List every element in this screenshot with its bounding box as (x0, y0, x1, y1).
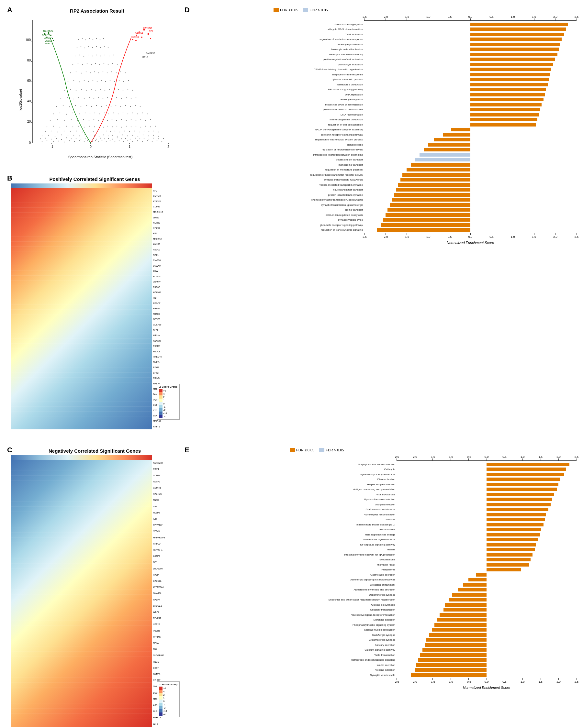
svg-point-202 (67, 97, 68, 98)
svg-point-47 (157, 140, 157, 141)
fdr-low-swatch (274, 8, 279, 12)
svg-point-129 (84, 127, 84, 128)
bar-row: leukocyte migration (274, 97, 577, 102)
svg-point-153 (98, 120, 99, 121)
bar-label: neurotransmitter transport (274, 188, 364, 191)
bar-row: Nicotine addiction (290, 668, 577, 672)
bar-segment (470, 43, 560, 46)
svg-point-226 (109, 89, 110, 89)
svg-point-50 (45, 138, 46, 138)
fdr-low-label: FDR ≤ 0.05 (280, 8, 298, 12)
bar-row: regulation of neurotransmitter levels (274, 148, 577, 152)
bar-label: Phosphatidylinositol signaling system (290, 623, 397, 626)
svg-point-244 (123, 81, 124, 82)
svg-point-88 (103, 135, 104, 135)
svg-point-148 (71, 119, 72, 120)
bar-segment (486, 563, 529, 567)
svg-point-200 (140, 106, 141, 107)
panel-d-top-axis: -2.5 -2.0 -1.5 -1.0 -0.5 0.0 0.5 1.0 (364, 14, 577, 21)
bar-row: Synaptic vesicle cycle (290, 673, 577, 677)
svg-point-239 (101, 80, 102, 81)
bar-row: Adrenergic signaling in cardiomyocytes (290, 577, 577, 582)
svg-point-106 (82, 132, 83, 132)
bar-label: synaptic transmission, GABAergic (274, 178, 364, 181)
svg-point-201 (60, 98, 61, 99)
bar-segment (486, 493, 554, 496)
bar-label: protein localization to synapse (274, 193, 364, 197)
bar-label: cell cycle G1/S phase transition (274, 28, 364, 31)
svg-point-30 (84, 141, 84, 142)
svg-point-154 (103, 119, 103, 120)
svg-point-283 (88, 46, 89, 47)
svg-point-58 (85, 138, 86, 138)
svg-point-111 (106, 131, 106, 131)
bar-row: CENP-A containing chromatin organization (274, 67, 577, 72)
svg-point-259 (73, 64, 73, 65)
bar-label: synaptic vesicle cycle (274, 218, 364, 221)
svg-point-63 (104, 138, 105, 139)
panel-e-positive-bars: Staphylococcus aureus infectionCell cycl… (290, 462, 577, 572)
bar-label: Taste transduction (290, 654, 397, 656)
svg-point-92 (122, 135, 123, 135)
svg-point-203 (73, 99, 74, 99)
bar-label: Retrograde endocannabinoid signaling (290, 658, 397, 661)
bar-label: leukocyte cell-cell adhesion (274, 48, 364, 51)
bar-label: granulocyte activation (274, 63, 364, 66)
svg-text:GBMS1: GBMS1 (131, 35, 139, 38)
svg-point-134 (107, 126, 108, 127)
bar-label: mitotic cell cycle phase transition (274, 103, 364, 106)
volcano-svg: 0 20 40 60 80 100 (16, 15, 172, 154)
svg-point-54 (66, 137, 67, 138)
bar-label: Graft-versus-host disease (290, 508, 397, 511)
bar-segment (470, 53, 557, 56)
volcano-xaxis-label: Spearmans rho Statistic (Spearman test) (32, 155, 168, 159)
svg-point-168 (73, 112, 73, 113)
svg-point-75 (158, 138, 159, 139)
svg-point-56 (76, 138, 76, 139)
bar-label: Nicotine addiction (290, 669, 397, 671)
bar-label: ER-nucleus signaling pathway (274, 88, 364, 91)
bar-label: GABAergic synapse (290, 633, 397, 636)
svg-point-128 (78, 126, 79, 127)
bar-segment (407, 168, 470, 172)
bar-segment (486, 477, 560, 481)
svg-point-80 (61, 135, 62, 135)
bar-segment (486, 548, 535, 551)
svg-point-151 (89, 120, 90, 121)
svg-point-273 (88, 55, 88, 55)
svg-point-65 (112, 139, 113, 139)
svg-point-287 (104, 46, 105, 47)
bar-segment (451, 128, 470, 131)
svg-point-222 (91, 89, 92, 89)
bar-segment (381, 223, 470, 227)
svg-point-124 (53, 126, 54, 127)
bar-row: Calcium signaling pathway (290, 648, 577, 652)
svg-point-68 (125, 138, 126, 139)
svg-text:PIRT1: PIRT1 (45, 43, 52, 45)
bar-row: DNA recombination (274, 112, 577, 117)
svg-text:40: 40 (27, 99, 31, 103)
panel-d-bottom-axis: -2.5 -2.0 -1.5 -1.0 -0.5 0.0 0.5 1.0 (364, 233, 577, 240)
svg-point-220 (81, 89, 82, 89)
bar-label: serotonin receptor signaling pathway (274, 133, 364, 136)
svg-point-84 (84, 135, 85, 135)
bar-segment (470, 123, 536, 127)
svg-text:ANKRD24: ANKRD24 (43, 30, 53, 32)
svg-point-277 (105, 55, 105, 55)
svg-point-142 (145, 126, 146, 127)
svg-point-212 (116, 97, 117, 98)
svg-point-150 (83, 119, 84, 120)
svg-point-195 (116, 105, 116, 106)
svg-point-217 (65, 90, 65, 90)
svg-point-271 (79, 55, 80, 55)
bar-segment (486, 518, 545, 521)
heatmap-c-stripe (11, 455, 152, 460)
panel-c-label: C (7, 446, 12, 454)
svg-point-34 (98, 141, 99, 142)
svg-point-44 (142, 141, 143, 142)
bar-label: Phagosome (290, 568, 397, 571)
fdr-low-legend: FDR ≤ 0.05 (274, 8, 298, 12)
heatmap-c-body (11, 460, 152, 727)
panel-d: D FDR ≤ 0.05 FDR > 0.05 (181, 3, 580, 443)
bar-segment (470, 68, 551, 71)
